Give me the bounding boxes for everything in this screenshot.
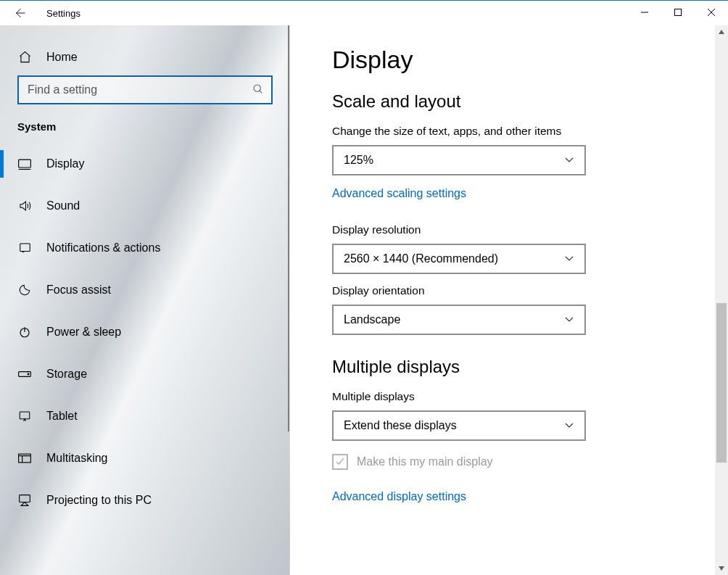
multitasking-icon	[17, 452, 32, 464]
main-display-checkbox: Make this my main display	[332, 454, 711, 470]
chevron-down-icon	[564, 419, 574, 432]
sidebar-item-label: Power & sleep	[46, 326, 121, 339]
svg-point-1	[254, 85, 260, 91]
sidebar: Home System	[0, 25, 290, 575]
orientation-value: Landscape	[344, 313, 400, 326]
resolution-select[interactable]: 2560 × 1440 (Recommended)	[332, 244, 586, 274]
sidebar-item-tablet[interactable]: Tablet	[0, 395, 289, 437]
titlebar: Settings	[0, 1, 728, 25]
sidebar-item-projecting[interactable]: Projecting to this PC	[0, 479, 289, 521]
sidebar-item-power-sleep[interactable]: Power & sleep	[0, 311, 289, 353]
main-display-checkbox-label: Make this my main display	[357, 455, 493, 468]
focus-assist-icon	[17, 284, 32, 297]
sidebar-item-notifications[interactable]: Notifications & actions	[0, 227, 289, 269]
scale-label: Change the size of text, apps, and other…	[332, 125, 711, 138]
sidebar-item-display[interactable]: Display	[0, 143, 289, 185]
close-button[interactable]	[695, 1, 728, 24]
svg-rect-8	[19, 454, 31, 463]
projecting-icon	[17, 494, 32, 507]
back-button[interactable]	[13, 7, 26, 20]
scale-value: 125%	[344, 154, 373, 167]
svg-rect-9	[20, 495, 30, 502]
home-icon	[17, 50, 32, 64]
svg-rect-2	[19, 160, 31, 167]
power-icon	[17, 326, 32, 339]
checkbox-icon	[332, 454, 348, 470]
orientation-select[interactable]: Landscape	[332, 305, 586, 335]
maximize-button[interactable]	[661, 1, 695, 24]
search-input[interactable]	[26, 83, 252, 97]
resolution-label: Display resolution	[332, 223, 711, 236]
multiple-displays-value: Extend these displays	[344, 419, 457, 432]
section-scale-layout: Scale and layout	[332, 91, 711, 112]
tablet-icon	[17, 410, 32, 423]
multiple-displays-label: Multiple displays	[332, 390, 711, 403]
scale-select[interactable]: 125%	[332, 145, 586, 175]
svg-point-6	[28, 373, 29, 375]
chevron-down-icon	[564, 313, 574, 326]
sidebar-item-label: Tablet	[46, 410, 78, 423]
sidebar-item-multitasking[interactable]: Multitasking	[0, 437, 289, 479]
sidebar-item-label: Sound	[46, 199, 80, 212]
sidebar-item-sound[interactable]: Sound	[0, 185, 289, 227]
sidebar-item-label: Storage	[46, 368, 87, 381]
sound-icon	[17, 199, 32, 212]
orientation-label: Display orientation	[332, 284, 711, 297]
sidebar-home[interactable]: Home	[0, 38, 289, 75]
sidebar-home-label: Home	[46, 51, 78, 64]
settings-window: Settings Home	[0, 1, 728, 575]
svg-rect-7	[20, 412, 30, 419]
svg-rect-0	[675, 9, 682, 16]
section-multiple-displays: Multiple displays	[332, 357, 711, 377]
sidebar-item-label: Multitasking	[46, 452, 107, 465]
resolution-value: 2560 × 1440 (Recommended)	[344, 252, 498, 265]
chevron-down-icon	[564, 252, 574, 265]
main-pane: Display Scale and layout Change the size…	[290, 25, 728, 575]
multiple-displays-select[interactable]: Extend these displays	[332, 410, 586, 441]
svg-rect-3	[20, 244, 30, 252]
search-icon	[252, 83, 264, 97]
notifications-icon	[17, 241, 32, 255]
sidebar-item-label: Projecting to this PC	[46, 494, 152, 507]
scroll-down-icon[interactable]	[715, 562, 728, 575]
advanced-scaling-link[interactable]: Advanced scaling settings	[332, 187, 466, 200]
sidebar-item-label: Notifications & actions	[46, 241, 160, 255]
sidebar-item-storage[interactable]: Storage	[0, 353, 289, 395]
window-controls	[628, 1, 728, 24]
sidebar-item-focus-assist[interactable]: Focus assist	[0, 269, 289, 311]
sidebar-item-label: Display	[46, 157, 84, 170]
minimize-button[interactable]	[628, 1, 661, 24]
scroll-up-icon[interactable]	[715, 25, 728, 38]
scrollbar-thumb[interactable]	[716, 303, 727, 463]
search-box[interactable]	[17, 75, 273, 104]
sidebar-category: System	[0, 104, 289, 143]
sidebar-item-label: Focus assist	[46, 284, 111, 297]
advanced-display-link[interactable]: Advanced display settings	[332, 490, 466, 503]
chevron-down-icon	[564, 154, 574, 167]
sidebar-nav: Display Sound Noti	[0, 143, 289, 521]
page-title: Display	[332, 46, 711, 74]
display-icon	[17, 157, 32, 170]
scrollbar[interactable]	[715, 25, 728, 575]
window-title: Settings	[46, 8, 80, 19]
storage-icon	[17, 369, 32, 379]
